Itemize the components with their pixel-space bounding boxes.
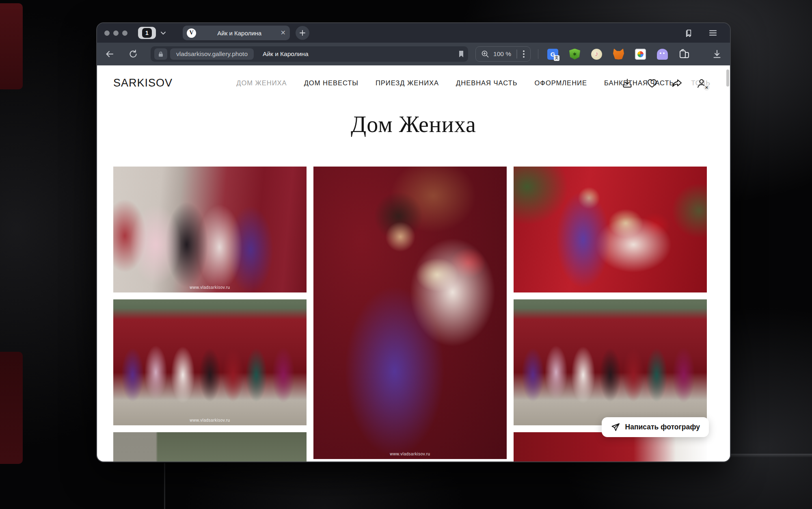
window-controls [104, 30, 127, 36]
toolbar-separator [538, 49, 539, 59]
share-icon[interactable] [671, 78, 682, 89]
photo-watermark: www.vladsarkisov.ru [113, 285, 307, 290]
downloads-icon[interactable] [712, 49, 723, 60]
browser-window: 1 V Айк и Каролина ✕ [96, 22, 731, 462]
tab-cards-extension-icon[interactable] [679, 49, 690, 60]
photo-column-left: www.vladsarkisov.ru www.vladsarkisov.ru [113, 167, 307, 461]
tab-title: Айк и Каролина [202, 30, 277, 37]
site-logo[interactable]: SARKISOV [113, 77, 173, 89]
window-close-button[interactable] [104, 30, 110, 36]
nav-item-dom-zheniha[interactable]: ДОМ ЖЕНИХА [236, 79, 287, 87]
background-line-bottom [164, 463, 165, 509]
metamask-fox-extension-icon[interactable] [613, 49, 624, 60]
background-red-shape-top [0, 3, 23, 89]
photo-watermark: www.vladsarkisov.ru [113, 418, 307, 422]
zoom-group-divider [516, 50, 517, 58]
window-zoom-button[interactable] [122, 30, 127, 36]
bookmarks-panel-icon[interactable] [684, 28, 693, 38]
tab-favicon-icon: V [187, 28, 196, 38]
tab-list-chevron-icon[interactable] [160, 30, 166, 36]
zoom-magnifier-icon [481, 50, 489, 58]
browser-menu-icon[interactable] [708, 28, 718, 38]
nav-item-oformlenie[interactable]: ОФОРМЛЕНИЕ [535, 79, 587, 87]
gallery-action-icons: ✕ [622, 78, 707, 89]
user-account-icon[interactable]: ✕ [696, 78, 707, 89]
tab-count: 1 [142, 28, 152, 38]
phantom-ghost-extension-icon[interactable] [657, 49, 668, 60]
browser-tab-bar: 1 V Айк и Каролина ✕ [97, 23, 730, 43]
site-header: SARKISOV ДОМ ЖЕНИХА ДОМ НЕВЕСТЫ ПРИЕЗД Ж… [97, 65, 730, 100]
photo-watermark: www.vladsarkisov.ru [313, 452, 507, 456]
site-security-lock-icon[interactable] [154, 48, 167, 60]
google-translate-extension-icon[interactable]: G文 [547, 49, 558, 60]
contact-photographer-button[interactable]: Написать фотографу [602, 417, 709, 437]
favorite-heart-icon[interactable] [646, 78, 658, 89]
back-button-icon[interactable] [104, 49, 115, 59]
page-scrollbar-thumb[interactable] [726, 69, 729, 87]
url-domain[interactable]: vladsarkisov.gallery.photo [170, 48, 254, 60]
contact-photographer-label: Написать фотографу [625, 423, 700, 431]
address-bar[interactable]: vladsarkisov.gallery.photo Айк и Каролин… [151, 46, 468, 62]
send-plane-icon [611, 422, 620, 432]
adguard-shield-extension-icon[interactable]: ✶ [569, 49, 580, 60]
zoom-level-value: 100 % [493, 50, 511, 58]
page-zoom-control[interactable]: 100 % [475, 46, 530, 62]
page-title: Дом Жениха [97, 112, 730, 137]
photo-woman-purple-suit-tall[interactable]: www.vladsarkisov.ru [313, 167, 507, 459]
music-note-extension-icon[interactable]: ♪ [591, 49, 602, 60]
reload-button-icon[interactable] [128, 49, 138, 59]
photo-woman-purple-blazer[interactable] [514, 167, 707, 292]
web-page-content: SARKISOV ДОМ ЖЕНИХА ДОМ НЕВЕСТЫ ПРИЕЗД Ж… [97, 65, 730, 461]
background-red-shape-bottom [0, 352, 23, 464]
tab-bar-right-actions [684, 28, 718, 38]
page-scrollbar[interactable] [726, 65, 730, 461]
photo-group-with-gifts[interactable]: www.vladsarkisov.ru [113, 167, 307, 292]
tab-close-icon[interactable]: ✕ [281, 30, 286, 36]
browser-toolbar: vladsarkisov.gallery.photo Айк и Каролин… [97, 43, 730, 65]
google-photos-extension-icon[interactable] [635, 49, 646, 60]
new-tab-button[interactable] [296, 26, 309, 40]
photo-bride-outdoors-cropped[interactable] [113, 432, 307, 461]
nav-item-priezd-zheniha[interactable]: ПРИЕЗД ЖЕНИХА [376, 79, 439, 87]
download-album-icon[interactable] [622, 78, 633, 89]
photo-large-group[interactable]: www.vladsarkisov.ru [113, 299, 307, 425]
bookmark-flag-icon[interactable] [458, 50, 464, 58]
photo-column-center: www.vladsarkisov.ru [313, 167, 507, 461]
address-kebab-menu-icon[interactable] [523, 50, 525, 58]
nav-item-dnevnaya-chast[interactable]: ДНЕВНАЯ ЧАСТЬ [456, 79, 517, 87]
address-page-title: Айк и Каролина [263, 50, 308, 58]
window-minimize-button[interactable] [113, 30, 119, 36]
nav-item-dom-nevesty[interactable]: ДОМ НЕВЕСТЫ [304, 79, 358, 87]
photo-large-group-2[interactable] [514, 299, 707, 425]
tab-counter-button[interactable]: 1 [138, 27, 156, 39]
user-remove-badge-icon: ✕ [704, 84, 710, 91]
extensions-row: G文 ✶ ♪ [547, 49, 723, 60]
browser-tab-active[interactable]: V Айк и Каролина ✕ [183, 26, 290, 40]
